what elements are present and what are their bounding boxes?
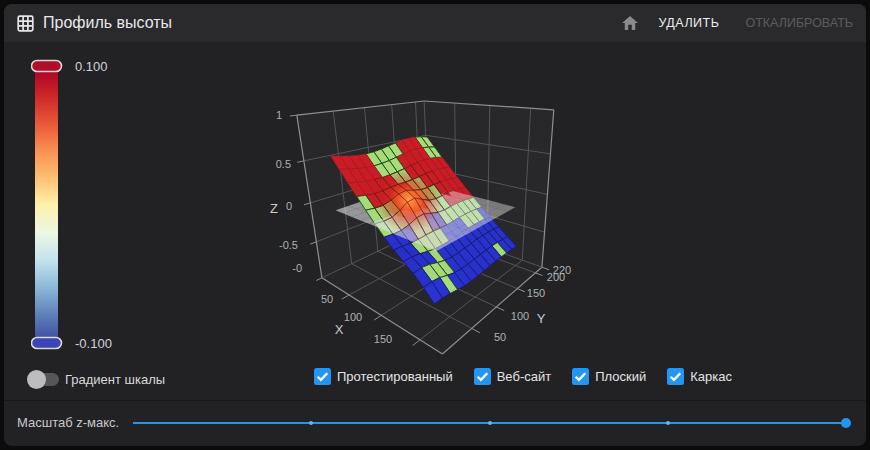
svg-text:100: 100 — [344, 311, 362, 323]
svg-text:50: 50 — [321, 293, 333, 305]
svg-text:Y: Y — [537, 311, 546, 326]
svg-text:100: 100 — [511, 310, 529, 322]
svg-text:Z: Z — [270, 201, 278, 216]
svg-text:X: X — [335, 322, 344, 337]
svg-text:1: 1 — [276, 109, 282, 121]
svg-text:-0: -0 — [292, 262, 302, 274]
svg-text:-0.5: -0.5 — [279, 239, 298, 251]
svg-text:0.5: 0.5 — [276, 158, 291, 170]
svg-text:0: 0 — [286, 200, 292, 212]
svg-text:150: 150 — [374, 333, 392, 345]
svg-text:50: 50 — [494, 331, 506, 343]
svg-text:150: 150 — [527, 287, 545, 299]
svg-text:220: 220 — [553, 264, 571, 276]
